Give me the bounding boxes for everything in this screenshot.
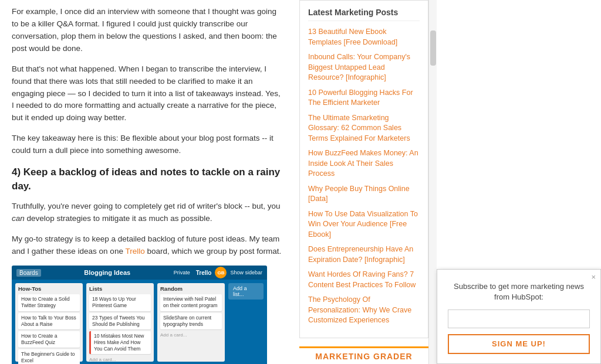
scrollbar-thumb[interactable] — [430, 30, 436, 66]
popup-email-input[interactable] — [448, 309, 590, 328]
sidebar-post-link-8[interactable]: Does Entrepreneurship Have An Expiration… — [308, 244, 420, 265]
section-heading-4: 4) Keep a backlog of ideas and notes to … — [12, 165, 282, 193]
trello-add-card[interactable]: Add a card... — [89, 356, 151, 363]
trello-add-card[interactable]: Add a card... — [160, 331, 222, 339]
trello-screenshot: Boards Blogging Ideas Private Trello GB … — [12, 266, 267, 364]
trello-card[interactable]: How to Create a BuzzFeed Quiz — [18, 331, 80, 348]
trello-link[interactable]: Trello — [125, 247, 144, 256]
trello-card[interactable]: 10 Mistakes Most New Hires Make And How … — [89, 331, 151, 354]
trello-list-title-random: Random — [160, 285, 222, 292]
trello-card[interactable]: Interview with Neil Patel on their conte… — [160, 294, 222, 311]
trello-list-title-lists: Lists — [89, 285, 151, 292]
sidebar-post-link-10[interactable]: The Psychology Of Personalization: Why W… — [308, 295, 420, 326]
sidebar-post-link-9[interactable]: Want Hordes Of Raving Fans? 7 Content Be… — [308, 270, 420, 290]
marketing-grader-bar[interactable]: MARKETING GRADER — [299, 346, 428, 364]
sidebar-post-link-5[interactable]: How BuzzFeed Makes Money: An Inside Look… — [308, 148, 420, 179]
trello-card[interactable]: How to Talk to Your Boss About a Raise — [18, 313, 80, 329]
trello-list-howtos: How-Tos How to Create a Solid Twitter St… — [15, 283, 83, 362]
scrollbar[interactable] — [428, 0, 437, 364]
sidebar-post-link-2[interactable]: Inbound Calls: Your Company's Biggest Un… — [308, 52, 420, 83]
paragraph-4: Truthfully, you're never going to comple… — [12, 200, 282, 225]
paragraph-1: For example, I once did an interview wit… — [12, 6, 282, 55]
trello-card[interactable]: SlideShare on current typography trends — [160, 313, 222, 329]
article-body: For example, I once did an interview wit… — [12, 6, 282, 257]
main-content: For example, I once did an interview wit… — [0, 0, 293, 364]
popup-signup-button[interactable]: SIGN ME UP! — [448, 334, 590, 354]
paragraph-5: My go-to strategy is to keep a detailed … — [12, 233, 282, 258]
popup-close-button[interactable]: × — [591, 273, 596, 281]
sidebar-post-link-3[interactable]: 10 Powerful Blogging Hacks For The Effic… — [308, 88, 420, 108]
paragraph-3: The key takeaway here is this: Be flexib… — [12, 132, 282, 157]
paragraph-2: But that's not what happened. When I beg… — [12, 63, 282, 125]
trello-card[interactable]: The Beginner's Guide to Excel — [18, 349, 80, 364]
sidebar-post-link-6[interactable]: Why People Buy Things Online [Data] — [308, 184, 420, 205]
sidebar-post-link-7[interactable]: How To Use Data Visualization To Win Ove… — [308, 209, 420, 240]
trello-add-list-button[interactable]: Add a list... — [228, 283, 264, 300]
trello-board-title: Blogging Ideas — [45, 269, 170, 276]
sidebar-box-title: Latest Marketing Posts — [308, 8, 420, 21]
trello-topbar: Boards Blogging Ideas Private Trello GB … — [12, 266, 267, 280]
trello-list-lists: Lists 18 Ways to Up Your Pinterest Game … — [86, 283, 154, 362]
latest-posts-box: Latest Marketing Posts 13 Beautiful New … — [299, 0, 428, 338]
trello-logo: Trello — [196, 270, 212, 276]
trello-show-menu[interactable]: Show sidebar — [230, 270, 262, 275]
trello-list-random: Random Interview with Neil Patel on thei… — [157, 283, 225, 362]
subscribe-popup: × Subscribe to get more marketing news f… — [437, 269, 601, 364]
sidebar-post-link-4[interactable]: The Ultimate Smarketing Glossary: 62 Com… — [308, 113, 420, 144]
trello-card[interactable]: 23 Types of Tweets You Should Be Publish… — [89, 313, 151, 329]
trello-board-body: How-Tos How to Create a Solid Twitter St… — [12, 280, 267, 364]
trello-list-title-howtos: How-Tos — [18, 285, 80, 292]
sidebar: Latest Marketing Posts 13 Beautiful New … — [293, 0, 428, 364]
trello-avatar: GB — [215, 267, 227, 278]
trello-private-label: Private — [174, 270, 190, 275]
trello-card[interactable]: 18 Ways to Up Your Pinterest Game — [89, 294, 151, 311]
popup-description: Subscribe to get more marketing news fro… — [448, 281, 590, 302]
marketing-grader-label: MARKETING GRADER — [315, 352, 412, 361]
sidebar-post-link-1[interactable]: 13 Beautiful New Ebook Templates [Free D… — [308, 27, 420, 47]
trello-boards-button[interactable]: Boards — [16, 269, 41, 277]
trello-card[interactable]: How to Create a Solid Twitter Strategy — [18, 294, 80, 311]
